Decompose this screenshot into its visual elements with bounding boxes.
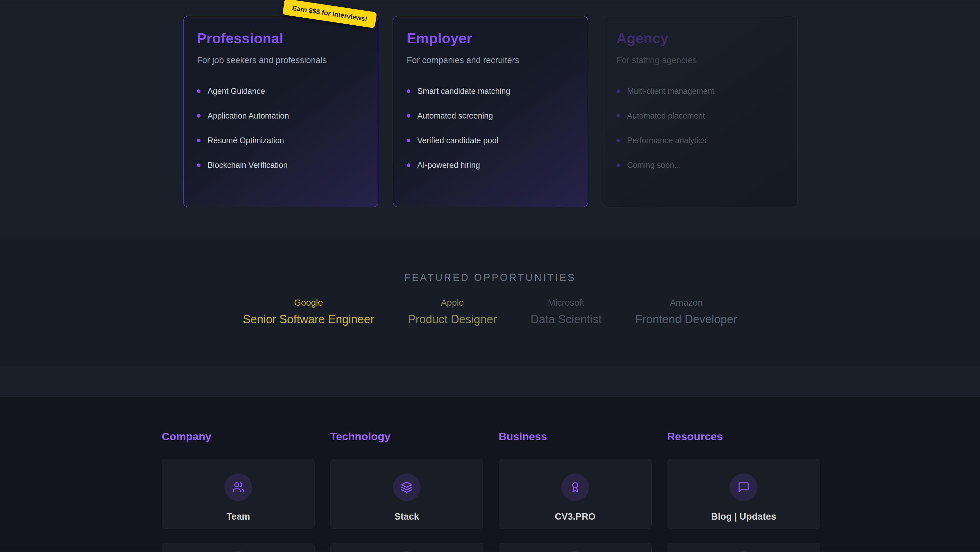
bullet-dot-icon bbox=[197, 139, 200, 142]
footer-link-card-partial[interactable] bbox=[330, 543, 483, 552]
plan-cards-row: Professional For job seekers and profess… bbox=[183, 16, 798, 207]
featured-jobs-row: Google Senior Software Engineer Apple Pr… bbox=[0, 298, 980, 326]
bullet-dot-icon bbox=[617, 139, 620, 142]
bullet-dot-icon bbox=[407, 139, 410, 142]
footer-link-stack[interactable]: Stack bbox=[330, 459, 483, 529]
plan-card-employer[interactable]: Employer For companies and recruiters Sm… bbox=[393, 16, 588, 207]
job-role: Senior Software Engineer bbox=[243, 313, 374, 326]
plan-title: Agency bbox=[617, 30, 784, 46]
footer-link-card-partial[interactable] bbox=[667, 543, 820, 552]
bullet-dot-icon bbox=[197, 163, 200, 167]
footer-link-label: CV3.PRO bbox=[555, 511, 595, 522]
footer-section: Company Team Technology bbox=[0, 397, 980, 552]
footer-column-resources: Resources Blog | Updates bbox=[667, 430, 820, 552]
footer-column-business: Business CV3.PRO bbox=[499, 430, 652, 552]
plan-title: Professional bbox=[197, 30, 364, 46]
plan-feature: Multi-client management bbox=[617, 86, 784, 96]
plan-title: Employer bbox=[407, 30, 574, 46]
footer-heading: Resources bbox=[667, 430, 820, 443]
bullet-dot-icon bbox=[617, 163, 620, 167]
section-divider-strip bbox=[0, 366, 980, 397]
plan-feature-list: Smart candidate matching Automated scree… bbox=[407, 86, 574, 170]
job-company: Amazon bbox=[635, 298, 737, 308]
bullet-dot-icon bbox=[617, 89, 620, 93]
plan-feature: Résumé Optimization bbox=[197, 136, 364, 145]
job-role: Frontend Developer bbox=[635, 313, 737, 326]
plan-subtitle: For staffing agencies bbox=[617, 56, 784, 65]
plan-card-professional[interactable]: Professional For job seekers and profess… bbox=[183, 16, 378, 207]
plan-feature-list: Agent Guidance Application Automation Ré… bbox=[197, 86, 364, 170]
plan-feature-list: Multi-client management Automated placem… bbox=[617, 86, 784, 170]
bullet-dot-icon bbox=[407, 114, 410, 118]
plan-subtitle: For companies and recruiters bbox=[407, 56, 574, 65]
bullet-dot-icon bbox=[407, 89, 410, 93]
plan-card-agency: Agency For staffing agencies Multi-clien… bbox=[603, 16, 798, 207]
footer-heading: Company bbox=[162, 430, 315, 443]
footer-columns: Company Team Technology bbox=[162, 430, 980, 552]
footer-link-team[interactable]: Team bbox=[162, 459, 315, 529]
plan-feature: Application Automation bbox=[197, 111, 364, 120]
plan-feature: Coming soon... bbox=[617, 161, 784, 170]
users-icon bbox=[224, 474, 252, 501]
plan-feature: Performance analytics bbox=[617, 136, 784, 145]
footer-heading: Business bbox=[499, 430, 652, 443]
featured-opportunities-section: FEATURED OPPORTUNITIES Google Senior Sof… bbox=[0, 238, 980, 366]
job-role: Product Designer bbox=[408, 313, 497, 326]
footer-heading: Technology bbox=[330, 430, 483, 443]
featured-job-google[interactable]: Google Senior Software Engineer bbox=[243, 298, 374, 326]
plan-feature: AI-powered hiring bbox=[407, 161, 574, 170]
plans-section: Earn $$$ for Interviews! Professional Fo… bbox=[0, 0, 980, 238]
footer-link-label: Team bbox=[226, 511, 250, 522]
plan-feature: Automated screening bbox=[407, 111, 574, 120]
job-company: Microsoft bbox=[531, 298, 602, 308]
featured-job-apple[interactable]: Apple Product Designer bbox=[408, 298, 497, 326]
footer-link-card-partial[interactable] bbox=[499, 543, 652, 552]
footer-link-label: Blog | Updates bbox=[711, 511, 776, 522]
bullet-dot-icon bbox=[617, 114, 620, 118]
plan-feature: Smart candidate matching bbox=[407, 86, 574, 96]
plan-feature: Verified candidate pool bbox=[407, 136, 574, 145]
message-icon bbox=[730, 474, 757, 501]
job-company: Apple bbox=[408, 298, 497, 308]
featured-job-microsoft[interactable]: Microsoft Data Scientist bbox=[531, 298, 602, 326]
layers-icon bbox=[393, 474, 420, 501]
footer-link-blog[interactable]: Blog | Updates bbox=[667, 459, 820, 529]
bullet-dot-icon bbox=[407, 163, 410, 167]
footer-link-cv3pro[interactable]: CV3.PRO bbox=[499, 459, 652, 529]
job-role: Data Scientist bbox=[531, 313, 602, 326]
plan-subtitle: For job seekers and professionals bbox=[197, 56, 364, 65]
bullet-dot-icon bbox=[197, 114, 200, 118]
job-company: Google bbox=[243, 298, 374, 308]
featured-title: FEATURED OPPORTUNITIES bbox=[0, 238, 980, 284]
plan-feature: Agent Guidance bbox=[197, 86, 364, 96]
featured-job-amazon[interactable]: Amazon Frontend Developer bbox=[635, 298, 737, 326]
plan-feature: Blockchain Verification bbox=[197, 161, 364, 170]
plan-feature: Automated placement bbox=[617, 111, 784, 120]
bullet-dot-icon bbox=[197, 89, 200, 93]
footer-link-label: Stack bbox=[394, 511, 419, 522]
footer-link-card-partial[interactable] bbox=[162, 543, 315, 552]
award-icon bbox=[562, 474, 589, 501]
footer-column-company: Company Team bbox=[162, 430, 315, 552]
footer-column-technology: Technology Stack bbox=[330, 430, 483, 552]
